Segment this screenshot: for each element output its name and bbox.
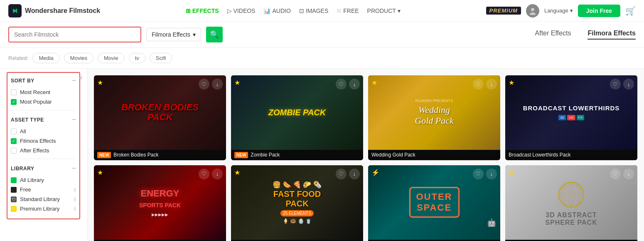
favorite-button[interactable]: ♡ xyxy=(473,79,484,89)
premium-library-icon: 🛡 xyxy=(11,206,17,212)
svg-rect-1 xyxy=(16,9,17,13)
abstract-title: 3D ABSTRACTSPHERE PACK xyxy=(545,211,597,226)
favorite-button[interactable]: ♡ xyxy=(610,169,621,179)
search-input[interactable] xyxy=(8,27,141,42)
nav-images[interactable]: ⊡ IMAGES xyxy=(299,7,328,14)
related-tag-tv[interactable]: tv xyxy=(129,53,145,63)
asset-filmora-effects[interactable]: ✓ Filmora Effects xyxy=(11,138,76,144)
content-area: ★ ♡ ↓ BROKEN BODIESPACK NEW Broken Bodie… xyxy=(87,69,644,241)
nav-videos[interactable]: ▷ VIDEOS xyxy=(227,7,256,14)
free-info-icon[interactable]: ℹ xyxy=(74,187,76,193)
avatar[interactable] xyxy=(526,4,539,17)
standard-info-icon[interactable]: ℹ xyxy=(74,196,76,202)
card-energy-thumb: ★ ♡ ↓ ENERGYSPORTS PACK ▶▶▶▶▶ xyxy=(94,165,226,240)
sort-by-collapse[interactable]: − xyxy=(71,76,76,85)
library-free[interactable]: Free ℹ xyxy=(11,186,76,193)
card-broadcast-label: Broadcast Lowerthirds Pack xyxy=(509,152,570,158)
premium-badge[interactable]: PREMIUM xyxy=(486,7,521,15)
card-outerspace[interactable]: ⚡ ♡ ↓ OUTERSPACE 🤖 Outer Space Pack xyxy=(368,165,500,241)
card-zombie-footer: NEW Zombie Pack xyxy=(231,150,363,160)
favorite-button[interactable]: ♡ xyxy=(610,79,621,89)
favorite-button[interactable]: ♡ xyxy=(199,169,209,179)
chevron-down-icon: ▾ xyxy=(570,7,573,14)
cards-grid: ★ ♡ ↓ BROKEN BODIESPACK NEW Broken Bodie… xyxy=(94,75,637,241)
sidebar-collapse-button[interactable]: « xyxy=(79,74,83,81)
svg-point-2 xyxy=(531,8,534,11)
broadcast-title: BROADCAST LOWERTHIRDS xyxy=(523,104,620,112)
nav-audio[interactable]: 📊 AUDIO xyxy=(263,7,290,14)
outerspace-title: OUTERSPACE xyxy=(416,191,452,213)
nav-free[interactable]: ⁙ FREE xyxy=(337,7,359,14)
card-broken-bodies-label: Broken Bodies Pack xyxy=(113,152,158,158)
card-energy[interactable]: ★ ♡ ↓ ENERGYSPORTS PACK ▶▶▶▶▶ Energy Spo… xyxy=(94,165,226,241)
sort-by-section: SORT BY − Most Recent ✓ Most Popular ASS… xyxy=(7,72,80,219)
asset-type-title: ASSET TYPE xyxy=(11,117,44,123)
related-tag-scifi[interactable]: Scifi xyxy=(150,53,172,63)
download-button[interactable]: ↓ xyxy=(212,79,223,89)
related-tag-movie[interactable]: Movie xyxy=(98,53,125,63)
tab-links: After Effects Filmora Effects xyxy=(535,30,636,40)
card-abstract[interactable]: ★ ♡ ↓ 3D ABSTRACTSPHERE PACK xyxy=(505,165,637,241)
card-wedding-footer: Wedding Gold Pack xyxy=(368,150,500,160)
library-premium[interactable]: 🛡 Premium Library ℹ xyxy=(11,206,76,212)
related-tag-movies[interactable]: Movies xyxy=(64,53,93,63)
logo-area[interactable]: Wondershare Filmstock xyxy=(8,4,100,17)
nav-effects[interactable]: ⊞ EFFECTS xyxy=(186,7,219,14)
library-all[interactable]: All Library xyxy=(11,177,76,183)
filmora-effects-dropdown[interactable]: Filmora Effects ▾ xyxy=(146,28,201,41)
card-wedding-actions: ♡ ↓ xyxy=(473,79,497,89)
videos-icon: ▷ xyxy=(227,7,232,14)
premium-info-icon[interactable]: ℹ xyxy=(74,206,76,212)
search-input-wrap xyxy=(8,27,141,42)
fastfood-title: FAST FOODPACK xyxy=(273,189,321,209)
asset-type-header: ASSET TYPE − xyxy=(11,115,76,124)
download-button[interactable]: ↓ xyxy=(486,79,497,89)
related-bar: Related: Media Movies Movie tv Scifi xyxy=(0,48,644,69)
card-outerspace-thumb: ⚡ ♡ ↓ OUTERSPACE 🤖 xyxy=(368,165,500,240)
download-button[interactable]: ↓ xyxy=(349,79,360,89)
asset-after-checkbox xyxy=(11,148,17,154)
search-button[interactable]: 🔍 xyxy=(206,27,223,42)
card-wedding[interactable]: ★ ♡ ↓ FILMORA PRESENTS WeddingGold Pack … xyxy=(368,75,500,160)
card-zombie[interactable]: ★ ♡ ↓ ZOMBIE PACK NEW Zombie Pack xyxy=(231,75,363,160)
asset-filmora-checkbox: ✓ xyxy=(11,138,17,144)
favorite-button[interactable]: ♡ xyxy=(336,79,347,89)
sort-most-recent[interactable]: Most Recent xyxy=(11,89,76,95)
divider-2 xyxy=(11,159,76,159)
nav-product[interactable]: PRODUCT ▾ xyxy=(367,7,401,14)
card-fastfood[interactable]: ★ ♡ ↓ 🍔 🌭 🍕 🌮 🌯 FAST FOODPACK 25 ELEMENT… xyxy=(231,165,363,241)
free-library-icon xyxy=(11,187,17,193)
dropdown-chevron-icon: ▾ xyxy=(193,31,196,38)
cart-icon[interactable]: 🛒 xyxy=(625,6,636,16)
card-broken-bodies[interactable]: ★ ♡ ↓ BROKEN BODIESPACK NEW Broken Bodie… xyxy=(94,75,226,160)
join-free-button[interactable]: Join Free xyxy=(578,5,620,17)
asset-all-checkbox xyxy=(11,129,17,134)
favorite-button[interactable]: ♡ xyxy=(336,169,347,179)
favorite-button[interactable]: ♡ xyxy=(473,169,484,179)
asset-all[interactable]: All xyxy=(11,128,76,134)
library-collapse[interactable]: − xyxy=(71,164,76,173)
asset-after-effects[interactable]: After Effects xyxy=(11,147,76,154)
card-fastfood-actions: ♡ ↓ xyxy=(336,169,360,179)
wedding-title: WeddingGold Pack xyxy=(415,104,453,126)
audio-icon: 📊 xyxy=(263,7,270,14)
card-broadcast-thumb: ★ ♡ ↓ BROADCAST LOWERTHIRDS 3D HD FX xyxy=(505,75,637,150)
download-button[interactable]: ↓ xyxy=(486,169,497,179)
sort-most-popular[interactable]: ✓ Most Popular xyxy=(11,99,76,105)
download-button[interactable]: ↓ xyxy=(623,79,634,89)
asset-type-collapse[interactable]: − xyxy=(71,115,76,124)
download-button[interactable]: ↓ xyxy=(349,169,360,179)
broken-bodies-title: BROKEN BODIESPACK xyxy=(121,102,199,122)
library-standard[interactable]: 🛡 Standard Library ℹ xyxy=(11,196,76,202)
favorite-button[interactable]: ♡ xyxy=(199,79,209,89)
divider-1 xyxy=(11,110,76,110)
tab-filmora-effects[interactable]: Filmora Effects xyxy=(587,30,636,40)
card-broadcast[interactable]: ★ ♡ ↓ BROADCAST LOWERTHIRDS 3D HD FX xyxy=(505,75,637,160)
download-button[interactable]: ↓ xyxy=(212,169,223,179)
sidebar: « SORT BY − Most Recent ✓ Most Popular A… xyxy=(0,69,87,241)
download-button[interactable]: ↓ xyxy=(623,169,634,179)
related-tag-media[interactable]: Media xyxy=(32,53,59,63)
library-title: LIBRARY xyxy=(11,166,34,171)
tab-after-effects[interactable]: After Effects xyxy=(535,30,571,40)
language-selector[interactable]: Language ▾ xyxy=(544,7,573,14)
